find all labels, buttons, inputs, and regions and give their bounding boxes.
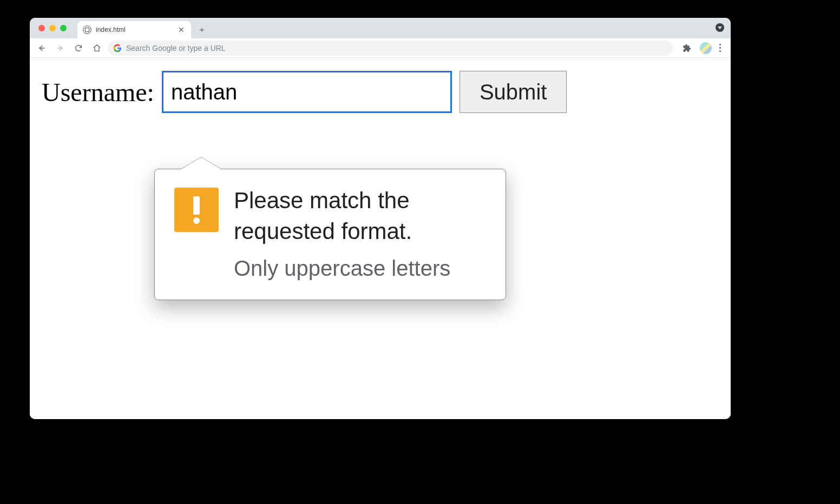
chrome-menu-button[interactable]: [717, 42, 723, 54]
puzzle-icon: [682, 44, 691, 52]
minimize-window-button[interactable]: [49, 25, 56, 31]
warning-icon: [174, 188, 219, 232]
browser-window: index.html ✕ ＋ Search Google or type a U…: [30, 18, 731, 419]
home-icon: [93, 44, 101, 52]
globe-icon: [83, 25, 91, 34]
forward-button[interactable]: [52, 41, 68, 56]
new-tab-button[interactable]: ＋: [194, 22, 209, 37]
validation-text: Please match the requested format. Only …: [234, 185, 486, 281]
omnibox-placeholder: Search Google or type a URL: [126, 44, 226, 52]
extensions-button[interactable]: [679, 41, 694, 56]
page-content: Username: Submit Please match the reques…: [30, 58, 731, 419]
submit-button[interactable]: Submit: [460, 71, 567, 113]
arrow-left-icon: [37, 44, 46, 52]
tab-title: index.html: [96, 26, 177, 34]
reload-button[interactable]: [71, 41, 86, 56]
google-icon: [113, 44, 122, 52]
browser-tab[interactable]: index.html ✕: [77, 21, 191, 38]
toolbar: Search Google or type a URL: [30, 38, 731, 58]
toolbar-right: [676, 41, 726, 56]
home-button[interactable]: [89, 41, 104, 56]
window-controls: [35, 18, 77, 38]
maximize-window-button[interactable]: [60, 25, 67, 31]
tab-overflow-button[interactable]: [716, 23, 724, 32]
close-window-button[interactable]: [38, 25, 45, 31]
profile-avatar[interactable]: [700, 42, 712, 54]
validation-primary: Please match the requested format.: [234, 185, 486, 247]
username-label: Username:: [42, 77, 154, 107]
validation-secondary: Only uppercase letters: [234, 255, 486, 281]
address-bar[interactable]: Search Google or type a URL: [108, 41, 673, 56]
close-tab-button[interactable]: ✕: [177, 26, 186, 34]
tab-strip: index.html ✕ ＋: [30, 18, 731, 38]
username-form: Username: Submit: [42, 71, 719, 113]
username-input[interactable]: [162, 71, 452, 113]
validation-tooltip: Please match the requested format. Only …: [154, 169, 506, 300]
back-button[interactable]: [34, 41, 49, 56]
reload-icon: [74, 44, 83, 52]
arrow-right-icon: [56, 44, 64, 52]
